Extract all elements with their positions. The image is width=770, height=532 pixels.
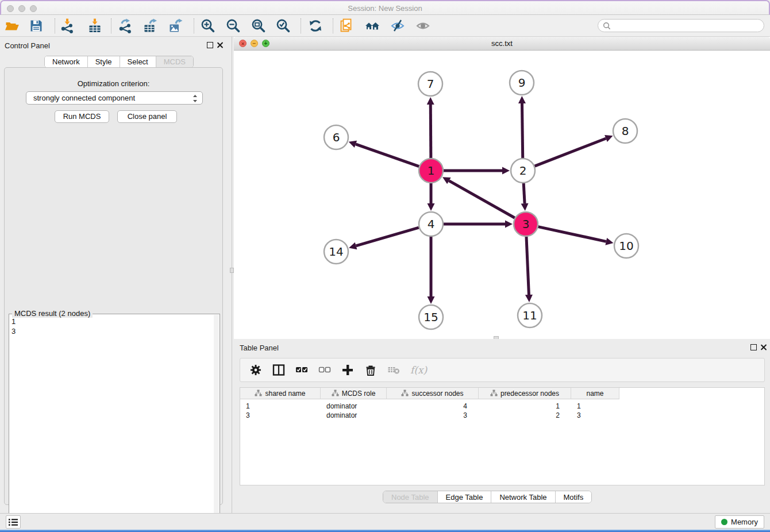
open-file-icon[interactable] — [5, 18, 20, 33]
network-view-window: scc.txt 7968124314101511 — [234, 37, 770, 339]
export-network-icon[interactable] — [118, 18, 133, 33]
zoom-out-icon[interactable] — [226, 18, 241, 33]
gear-icon[interactable] — [249, 364, 262, 376]
graph-node-14[interactable]: 14 — [324, 240, 348, 264]
graph-edge-1-2[interactable] — [444, 167, 510, 175]
run-mcds-button[interactable]: Run MCDS — [55, 110, 109, 123]
graph-node-15[interactable]: 15 — [419, 305, 443, 329]
graph-node-2[interactable]: 2 — [511, 159, 535, 183]
graph-edge-3-10[interactable] — [538, 227, 613, 245]
hide-selected-icon[interactable] — [390, 18, 405, 33]
tab-style[interactable]: Style — [88, 56, 120, 67]
table-toolbar: f(x) — [240, 358, 765, 382]
select-all-icon[interactable] — [295, 364, 308, 376]
deselect-all-icon[interactable] — [318, 364, 331, 376]
column-header-shared-name[interactable]: shared name — [240, 388, 321, 399]
column-header-MCDS-role[interactable]: MCDS role — [321, 388, 387, 399]
network-from-file-icon[interactable] — [340, 18, 355, 33]
main-toolbar — [0, 15, 770, 37]
graph-edge-3-1[interactable] — [442, 177, 515, 218]
graph-edge-2-3[interactable] — [521, 183, 529, 211]
tab-node-table[interactable]: Node Table — [383, 491, 438, 503]
save-session-icon[interactable] — [29, 18, 44, 33]
network-window-title: scc.txt — [234, 39, 770, 48]
splitter-grip[interactable] — [230, 268, 234, 273]
import-table-icon[interactable] — [87, 18, 102, 33]
columns-icon[interactable] — [272, 364, 285, 376]
window-title: Session: New Session — [1, 4, 769, 13]
graph-edge-3-11[interactable] — [525, 237, 533, 302]
column-header-predecessor-nodes[interactable]: predecessor nodes — [479, 388, 571, 399]
graph-edge-2-9[interactable] — [518, 96, 526, 158]
network-graph[interactable]: 7968124314101511 — [234, 51, 770, 339]
column-header-successor-nodes[interactable]: successor nodes — [387, 388, 479, 399]
table-cell[interactable]: 1 — [571, 402, 619, 411]
table-cell[interactable]: dominator — [321, 411, 387, 420]
tab-mcds[interactable]: MCDS — [156, 56, 193, 67]
close-panel-icon[interactable] — [216, 41, 224, 49]
table-cell[interactable]: 3 — [387, 411, 479, 420]
delete-table-icon — [387, 364, 400, 376]
mcds-result-text[interactable]: 1 3 — [11, 317, 213, 528]
zoom-in-icon[interactable] — [201, 18, 215, 33]
tab-select[interactable]: Select — [120, 56, 156, 67]
import-network-icon[interactable] — [60, 18, 75, 33]
result-scrollbar[interactable] — [214, 315, 219, 530]
task-history-button[interactable] — [6, 515, 21, 529]
vertical-splitter[interactable] — [229, 37, 234, 513]
table-cell[interactable]: 3 — [240, 411, 321, 420]
table-cell[interactable]: 1 — [479, 402, 571, 411]
table-cell[interactable]: 4 — [387, 402, 479, 411]
graph-node-3[interactable]: 3 — [514, 212, 538, 236]
delete-icon[interactable] — [364, 364, 377, 376]
network-window-titlebar[interactable]: scc.txt — [234, 37, 770, 51]
tab-motifs[interactable]: Motifs — [556, 491, 592, 503]
graph-node-7[interactable]: 7 — [418, 72, 442, 96]
zoom-fit-icon[interactable] — [251, 18, 266, 33]
graph-edge-1-7[interactable] — [427, 97, 434, 158]
tab-edge-table[interactable]: Edge Table — [438, 491, 492, 503]
refresh-icon[interactable] — [308, 18, 323, 33]
table-cell[interactable]: 1 — [240, 402, 321, 411]
column-header-label: MCDS role — [342, 390, 376, 398]
close-table-panel-icon[interactable] — [760, 343, 768, 351]
graph-edge-4-15[interactable] — [428, 237, 435, 304]
graph-node-9[interactable]: 9 — [510, 71, 534, 95]
search-input[interactable] — [611, 21, 764, 31]
optimization-criterion-select[interactable]: strongly connected component — [26, 91, 203, 105]
column-tree-icon — [401, 390, 409, 397]
column-tree-icon — [255, 390, 262, 397]
graph-edge-4-14[interactable] — [349, 228, 419, 249]
table-cell[interactable]: dominator — [321, 402, 387, 411]
column-header-name[interactable]: name — [571, 388, 619, 399]
memory-status-icon — [721, 519, 727, 525]
search-box[interactable] — [598, 19, 764, 32]
graph-node-6[interactable]: 6 — [324, 125, 348, 149]
tab-network-table[interactable]: Network Table — [491, 491, 555, 503]
export-image-icon[interactable] — [168, 18, 183, 33]
graph-node-1[interactable]: 1 — [419, 159, 443, 183]
memory-button[interactable]: Memory — [715, 515, 764, 529]
close-panel-button[interactable]: Close panel — [117, 110, 177, 123]
graph-node-10[interactable]: 10 — [614, 234, 638, 258]
graph-edge-1-6[interactable] — [349, 141, 419, 167]
graph-edge-4-3[interactable] — [444, 221, 513, 228]
graph-edge-1-4[interactable] — [428, 183, 435, 211]
tab-network[interactable]: Network — [45, 56, 88, 67]
first-neighbors-icon[interactable] — [365, 18, 380, 33]
mcds-panel: Optimization criterion: strongly connect… — [4, 67, 223, 505]
graph-node-4[interactable]: 4 — [419, 212, 443, 236]
table-cell[interactable]: 3 — [571, 411, 619, 420]
export-table-icon[interactable] — [143, 18, 158, 33]
add-icon[interactable] — [341, 364, 354, 376]
graph-edge-2-8[interactable] — [535, 135, 613, 166]
column-header-label: shared name — [265, 390, 305, 398]
float-table-panel-icon[interactable] — [750, 344, 757, 350]
graph-node-8[interactable]: 8 — [613, 119, 637, 143]
graph-node-11[interactable]: 11 — [518, 303, 542, 327]
float-panel-icon[interactable] — [207, 42, 213, 48]
table-cell[interactable]: 2 — [479, 411, 571, 420]
zoom-selected-icon[interactable] — [276, 18, 291, 33]
graph-node-label: 1 — [428, 164, 435, 178]
dropdown-value: strongly connected component — [33, 94, 135, 102]
